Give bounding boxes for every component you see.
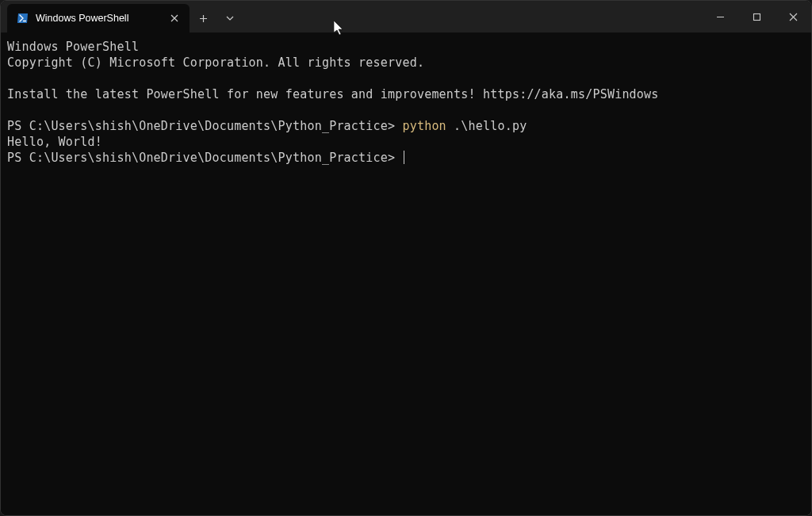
tab-close-button[interactable] <box>167 11 182 25</box>
terminal-line: Copyright (C) Microsoft Corporation. All… <box>7 55 805 71</box>
text-cursor <box>404 151 404 164</box>
tab-powershell[interactable]: Windows PowerShell <box>7 4 190 32</box>
terminal-current-prompt: PS C:\Users\shish\OneDrive\Documents\Pyt… <box>7 150 805 166</box>
titlebar[interactable]: Windows PowerShell <box>1 1 811 32</box>
tab-actions <box>190 4 243 32</box>
close-window-button[interactable] <box>775 1 811 32</box>
terminal-output-line: Hello, World! <box>7 134 805 150</box>
terminal-line: Windows PowerShell <box>7 39 805 55</box>
svg-rect-0 <box>753 13 760 20</box>
command-program: python <box>402 119 446 133</box>
prompt: PS C:\Users\shish\OneDrive\Documents\Pyt… <box>7 151 402 165</box>
new-tab-button[interactable] <box>190 4 216 32</box>
powershell-icon <box>17 12 29 25</box>
tab-dropdown-button[interactable] <box>216 4 243 32</box>
maximize-button[interactable] <box>738 1 775 32</box>
terminal-line: Install the latest PowerShell for new fe… <box>7 86 805 102</box>
terminal-blank-line <box>7 102 805 118</box>
terminal-output[interactable]: Windows PowerShellCopyright (C) Microsof… <box>1 32 811 515</box>
terminal-window: Windows PowerShell Windows <box>0 0 812 516</box>
terminal-command-line: PS C:\Users\shish\OneDrive\Documents\Pyt… <box>7 118 805 134</box>
titlebar-drag-area[interactable] <box>243 1 702 32</box>
tab-title: Windows PowerShell <box>36 13 161 24</box>
terminal-blank-line <box>7 71 805 86</box>
prompt: PS C:\Users\shish\OneDrive\Documents\Pyt… <box>7 119 402 133</box>
window-controls <box>702 1 811 32</box>
command-args: .\hello.py <box>446 119 527 133</box>
minimize-button[interactable] <box>702 1 738 32</box>
